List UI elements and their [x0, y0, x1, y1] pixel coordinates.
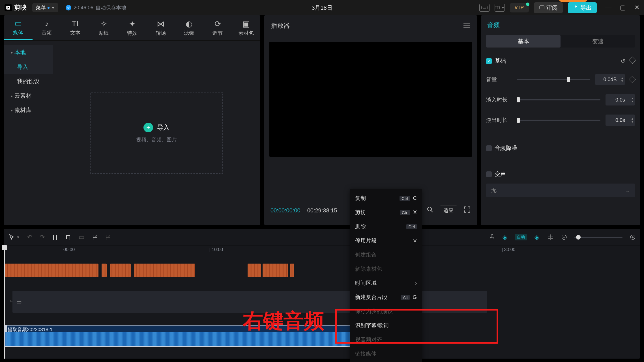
brand: 剪映 — [5, 3, 27, 12]
noise-reduction-row[interactable]: 音频降噪 — [486, 144, 635, 152]
media-tab-1[interactable]: ♪音频 — [33, 15, 61, 40]
media-tab-3[interactable]: ✧贴纸 — [89, 15, 118, 40]
context-item-7[interactable]: 新建复合片段AltG — [350, 290, 422, 304]
text-clip[interactable] — [263, 264, 288, 277]
text-clip[interactable] — [134, 264, 196, 277]
sidebar-item-2[interactable]: 我的预设 — [4, 74, 53, 89]
review-label: 审阅 — [546, 4, 558, 12]
checkbox-off-icon[interactable] — [486, 145, 492, 151]
fade-in-value[interactable]: 0.0s▲▼ — [606, 94, 635, 105]
context-item-2[interactable]: 删除Del — [350, 219, 422, 234]
undo-button[interactable]: ↶ — [27, 234, 32, 241]
sidebar-item-4[interactable]: ▸素材库 — [4, 103, 53, 117]
minimize-button[interactable]: — — [605, 4, 611, 11]
media-tab-0[interactable]: ▭媒体 — [4, 15, 33, 40]
volume-value[interactable]: 0.0dB▲▼ — [595, 74, 625, 85]
context-item-6[interactable]: 时间区域› — [350, 276, 422, 290]
zoom-in-icon[interactable] — [630, 234, 636, 240]
voice-select[interactable]: 无 ⌄ — [486, 184, 635, 197]
basic-label: 基础 — [495, 57, 506, 65]
tab-icon: ⟳ — [214, 19, 221, 29]
text-clip[interactable] — [102, 264, 107, 277]
menu-button[interactable]: 菜单 ▼ — [32, 3, 58, 12]
fullscreen-icon[interactable] — [463, 206, 471, 215]
inspector-tab-1[interactable]: 变速 — [561, 35, 635, 48]
context-item-0[interactable]: 复制CtrlC — [350, 191, 422, 205]
svg-rect-5 — [485, 7, 486, 7]
crop-tool[interactable] — [65, 234, 71, 240]
keyframe-icon[interactable] — [629, 57, 636, 64]
media-tab-2[interactable]: TI文本 — [61, 15, 89, 40]
layout-icon[interactable]: ▼ — [495, 4, 505, 12]
checkbox-on-icon[interactable]: ✓ — [486, 58, 492, 64]
close-button[interactable]: ✕ — [634, 4, 639, 11]
mic-icon[interactable] — [489, 234, 495, 241]
tab-icon: ✧ — [100, 19, 107, 29]
text-clip[interactable] — [110, 264, 131, 277]
zoom-out-icon[interactable] — [561, 234, 567, 240]
magnet-icon[interactable]: 自动 — [515, 234, 527, 240]
player-menu-icon[interactable] — [463, 23, 470, 28]
basic-section-header[interactable]: ✓ 基础 ↺ — [486, 57, 635, 65]
magnet-out-icon[interactable]: ◈ — [534, 234, 539, 241]
ruler-tick: | 10:00 — [209, 247, 223, 252]
voice-select-value: 无 — [491, 187, 497, 194]
tab-label: 转场 — [156, 30, 166, 36]
copy-tool[interactable]: ▭ — [79, 234, 85, 241]
ctx-label: 新建复合片段 — [355, 294, 387, 301]
chevron-right-icon: › — [415, 280, 417, 286]
fade-in-slider[interactable] — [517, 99, 600, 100]
review-button[interactable]: 审阅 — [534, 2, 563, 13]
zoom-slider[interactable] — [574, 237, 622, 238]
select-tool[interactable]: ▼ — [8, 234, 20, 241]
media-tab-5[interactable]: ⋈转场 — [146, 15, 175, 40]
split-tool[interactable] — [52, 234, 58, 241]
progress-pill-icon — [559, 0, 587, 2]
export-label: 导出 — [580, 4, 592, 12]
media-tab-6[interactable]: ◐滤镜 — [175, 15, 203, 40]
media-tab-7[interactable]: ⟳调节 — [203, 15, 232, 40]
fade-out-value[interactable]: 0.0s▲▼ — [606, 115, 635, 126]
keyframe-icon[interactable] — [629, 76, 636, 83]
context-item-3[interactable]: 停用片段V — [350, 234, 422, 248]
ruler-tick: 00:00 — [63, 247, 75, 252]
media-tab-8[interactable]: ▣素材包 — [232, 15, 260, 40]
magnet-in-icon[interactable]: ◈ — [503, 234, 507, 241]
zoom-icon[interactable] — [427, 206, 433, 215]
project-title[interactable]: 3月18日 — [312, 4, 332, 12]
flag-tool-2[interactable] — [105, 234, 111, 240]
current-time: 00:00:00:00 — [271, 207, 300, 214]
reset-icon[interactable]: ↺ — [621, 58, 625, 64]
ruler-tick: | 30:00 — [502, 247, 516, 252]
vip-badge[interactable]: VIP — [510, 3, 529, 12]
sidebar-item-1[interactable]: 导入 — [4, 60, 53, 74]
timeline-body[interactable]: TI 🔓 👁 ▭ 🔓 👁 🔈 封面 ◉ 🔓 🔈 00:00| 10:00| 30… — [4, 245, 640, 359]
tab-icon: ⋈ — [157, 19, 165, 29]
text-clip[interactable] — [248, 264, 261, 277]
text-track[interactable] — [4, 264, 640, 277]
video-preview[interactable] — [269, 42, 472, 157]
keyboard-icon[interactable] — [479, 4, 490, 12]
sidebar-item-3[interactable]: ▸云素材 — [4, 89, 53, 103]
volume-slider[interactable] — [517, 79, 590, 80]
ctx-label: 复制 — [355, 195, 366, 202]
checkbox-off-icon[interactable] — [486, 171, 492, 177]
media-content: + 导入 视频、音频、图片 — [53, 41, 260, 225]
inspector-tab-0[interactable]: 基本 — [486, 35, 561, 48]
redo-button[interactable]: ↷ — [40, 234, 45, 241]
text-clip[interactable] — [5, 264, 98, 277]
sidebar-item-0[interactable]: ▾本地 — [4, 45, 53, 60]
media-tab-4[interactable]: ✦特效 — [118, 15, 147, 40]
import-drop-zone[interactable]: + 导入 视频、音频、图片 — [90, 92, 223, 174]
context-item-1[interactable]: 剪切CtrlX — [350, 205, 422, 219]
flag-tool[interactable] — [92, 234, 98, 240]
export-button[interactable]: 导出 — [568, 2, 597, 13]
fade-out-slider[interactable] — [517, 120, 600, 121]
text-clip[interactable] — [290, 264, 294, 277]
align-icon[interactable] — [547, 234, 554, 240]
ratio-button[interactable]: 适应 — [440, 206, 457, 215]
voice-change-row[interactable]: 变声 — [486, 170, 635, 178]
kbd-key: G — [413, 294, 417, 300]
maximize-button[interactable]: ▢ — [620, 4, 626, 11]
tab-label: 滤镜 — [184, 30, 194, 36]
